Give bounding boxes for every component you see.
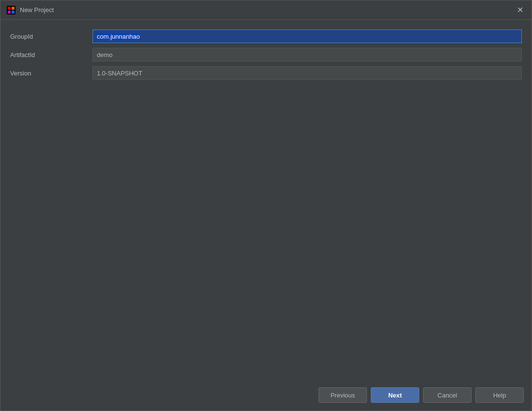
previous-button[interactable]: Previous: [319, 387, 367, 403]
dialog-content: GroupId ArtifactId Version: [0, 20, 532, 382]
form-area: GroupId ArtifactId Version: [10, 29, 522, 85]
groupid-label: GroupId: [10, 33, 92, 40]
version-row: Version: [10, 66, 522, 80]
title-bar-left: New Project: [6, 5, 54, 15]
artifactid-input[interactable]: [92, 48, 522, 61]
svg-rect-3: [8, 11, 11, 14]
groupid-input[interactable]: [92, 29, 522, 43]
svg-rect-2: [12, 7, 15, 10]
artifactid-row: ArtifactId: [10, 48, 522, 61]
groupid-row: GroupId: [10, 29, 522, 43]
button-bar: Previous Next Cancel Help: [0, 382, 532, 411]
next-button[interactable]: Next: [371, 387, 419, 403]
close-icon: ✕: [517, 5, 523, 15]
version-label: Version: [10, 70, 92, 77]
new-project-dialog: New Project ✕ GroupId ArtifactId Version: [0, 0, 532, 411]
cancel-button[interactable]: Cancel: [423, 387, 471, 403]
help-button[interactable]: Help: [475, 387, 524, 403]
svg-rect-1: [8, 7, 11, 10]
title-bar: New Project ✕: [0, 0, 532, 20]
dialog-title: New Project: [20, 6, 54, 14]
close-button[interactable]: ✕: [514, 4, 526, 16]
artifactid-label: ArtifactId: [10, 51, 92, 59]
intellij-icon: [6, 5, 16, 15]
version-input[interactable]: [92, 66, 522, 80]
svg-rect-4: [12, 11, 15, 14]
